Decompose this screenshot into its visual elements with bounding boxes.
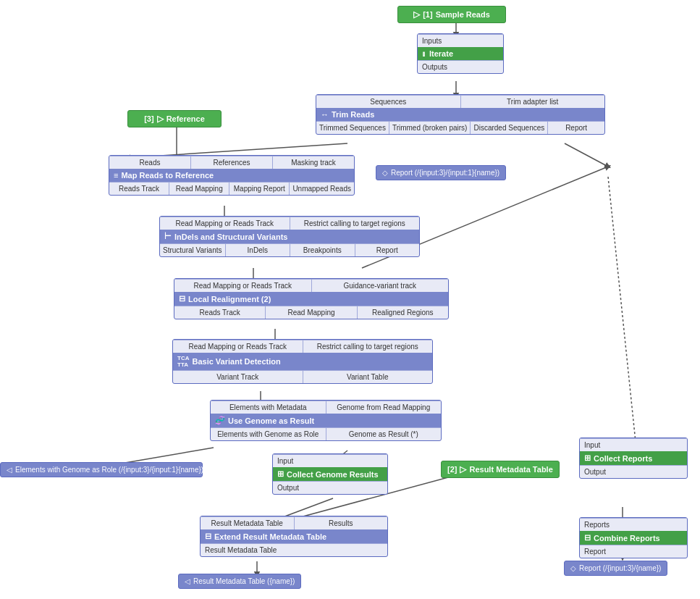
reference-icon: ▷ xyxy=(157,114,164,124)
indels-restrict-port: Restrict calling to target regions xyxy=(290,217,420,230)
elements-genome-role-output: ◁ Elements with Genome as Role (/{input:… xyxy=(0,462,203,477)
reference-node: [3] ▷ Reference xyxy=(127,110,222,127)
collect-genome-output-port: Output xyxy=(273,481,387,494)
elements-genome-role-port: Elements with Genome as Role xyxy=(211,428,326,440)
variant-icon: TCATTA xyxy=(177,355,189,368)
discarded-seqs-port: Discarded Sequences xyxy=(471,122,548,134)
variant-outputs: Variant Track Variant Table xyxy=(173,370,432,383)
map-reads-block: Reads References Masking track ≡ Map Rea… xyxy=(109,155,355,196)
iterate-icon: ⫾ xyxy=(422,49,426,58)
result-metadata-node: [2] ▷ Result Metadata Table xyxy=(441,461,560,478)
map-references-port: References xyxy=(191,156,273,169)
indels-block: Read Mapping or Reads Track Restrict cal… xyxy=(159,216,420,257)
map-reads-header: ≡ Map Reads to Reference xyxy=(109,169,354,182)
report-output-2-label: Report (/{input:3}/{name}) xyxy=(579,564,661,572)
elements-genome-icon: ◁ xyxy=(7,466,12,474)
collect-reports-header: ⊞ Collect Reports xyxy=(580,451,687,465)
sample-reads-icon: ▷ xyxy=(413,9,420,20)
read-mapping-port: Read Mapping xyxy=(169,183,229,195)
indels-header: ⊢ InDels and Structural Variants xyxy=(160,230,419,243)
trim-reads-inputs: Sequences Trim adapter list xyxy=(316,95,604,108)
mapping-report-port: Mapping Report xyxy=(229,183,290,195)
use-genome-header: 🧬 Use Genome as Result xyxy=(211,414,441,427)
extend-icon: ⊟ xyxy=(205,532,211,541)
map-reads-port: Reads xyxy=(109,156,191,169)
trimmed-broken-port: Trimmed (broken pairs) xyxy=(389,122,471,134)
trim-reads-block: Sequences Trim adapter list ↔ Trim Reads… xyxy=(316,94,605,135)
report-diamond-icon-2: ◇ xyxy=(570,564,576,572)
extend-results-port: Results xyxy=(295,517,388,529)
collect-genome-icon: ⊞ xyxy=(277,469,284,479)
variant-inputs: Read Mapping or Reads Track Restrict cal… xyxy=(173,340,432,353)
result-metadata-output: ◁ Result Metadata Table ({name}) xyxy=(178,574,301,589)
elements-genome-label: Elements with Genome as Role (/{input:3}… xyxy=(15,466,203,474)
result-metadata-id: [2] xyxy=(447,465,457,474)
iterate-block: Inputs ⫾ Iterate Outputs xyxy=(417,33,504,74)
combine-reports-header: ⊟ Combine Reports xyxy=(580,531,687,545)
local-realign-header: ⊟ Local Realignment (2) xyxy=(174,292,448,306)
result-metadata-icon: ▷ xyxy=(460,464,466,474)
extend-metadata-port: Result Metadata Table xyxy=(201,517,295,529)
variant-track-port: Variant Track xyxy=(173,371,303,383)
realign-guidance-port: Guidance-variant track xyxy=(312,280,449,292)
iterate-outputs-port: Outputs xyxy=(418,60,503,73)
report-output-1-label: Report (/{input:3}/{input:1}{name}) xyxy=(391,169,499,177)
variant-table-port: Variant Table xyxy=(303,371,433,383)
indels-icon: ⊢ xyxy=(164,232,172,241)
combine-reports-icon: ⊟ xyxy=(584,533,591,543)
svg-line-4 xyxy=(565,143,608,167)
use-genome-block: Elements with Metadata Genome from Read … xyxy=(210,400,442,441)
indels-read-mapping-port: Read Mapping or Reads Track xyxy=(160,217,290,230)
breakpoints-port: Breakpoints xyxy=(290,244,355,256)
trim-sequences-port: Sequences xyxy=(316,96,461,108)
trimmed-seqs-port: Trimmed Sequences xyxy=(316,122,389,134)
extend-header: ⊟ Extend Result Metadata Table xyxy=(201,529,387,543)
variant-restrict-port: Restrict calling to target regions xyxy=(303,340,433,353)
collect-reports-icon: ⊞ xyxy=(584,453,591,463)
sample-reads-node: ▷ [1] Sample Reads xyxy=(397,6,506,23)
variant-read-mapping-port: Read Mapping or Reads Track xyxy=(173,340,303,353)
map-reads-outputs: Reads Track Read Mapping Mapping Report … xyxy=(109,182,354,195)
realign-reads-track-port: Reads Track xyxy=(174,306,266,319)
sample-reads-title: Sample Reads xyxy=(436,10,490,19)
genome-icon: 🧬 xyxy=(215,416,225,425)
trim-report-port: Report xyxy=(548,122,604,134)
extend-inputs: Result Metadata Table Results xyxy=(201,516,387,529)
trim-adapter-port: Trim adapter list xyxy=(461,96,605,108)
indels-inputs: Read Mapping or Reads Track Restrict cal… xyxy=(160,217,419,230)
realign-outputs: Reads Track Read Mapping Realigned Regio… xyxy=(174,306,448,319)
local-realign-block: Read Mapping or Reads Track Guidance-var… xyxy=(174,278,449,319)
combine-reports-block: Reports ⊟ Combine Reports Report xyxy=(579,517,688,558)
realign-icon: ⊟ xyxy=(179,294,185,303)
reference-label: Reference xyxy=(166,114,205,123)
report-output-1: ◇ Report (/{input:3}/{input:1}{name}) xyxy=(376,165,506,180)
realign-read-mapping-port: Read Mapping or Reads Track xyxy=(174,280,312,292)
extend-output-port: Result Metadata Table xyxy=(201,543,387,556)
svg-line-18 xyxy=(608,177,636,442)
collect-reports-input-port: Input xyxy=(580,438,687,451)
elements-metadata-port: Elements with Metadata xyxy=(211,401,326,414)
combine-reports-bottom-port: Report xyxy=(580,545,687,558)
indels-outputs: Structural Variants InDels Breakpoints R… xyxy=(160,243,419,256)
basic-variant-block: Read Mapping or Reads Track Restrict cal… xyxy=(172,339,433,384)
collect-genome-block: Input ⊞ Collect Genome Results Output xyxy=(272,453,388,495)
trim-reads-outputs: Trimmed Sequences Trimmed (broken pairs)… xyxy=(316,121,604,134)
result-metadata-label: Result Metadata Table xyxy=(469,465,552,474)
collect-reports-block: Input ⊞ Collect Reports Output xyxy=(579,437,688,479)
combine-reports-top-port: Reports xyxy=(580,518,687,531)
extend-metadata-block: Result Metadata Table Results ⊟ Extend R… xyxy=(200,516,388,557)
iterate-inputs-port: Inputs xyxy=(418,34,503,47)
realign-regions-port: Realigned Regions xyxy=(358,306,448,319)
basic-variant-header: TCATTA Basic Variant Detection xyxy=(173,353,432,370)
genome-from-mapping-port: Genome from Read Mapping xyxy=(326,401,442,414)
indels-port: InDels xyxy=(226,244,291,256)
sample-reads-label: [1] xyxy=(423,10,432,19)
result-metadata-out-icon: ◁ xyxy=(185,577,190,585)
result-metadata-out-label: Result Metadata Table ({name}) xyxy=(193,577,295,585)
iterate-header: ⫾ Iterate xyxy=(418,47,503,60)
structural-variants-port: Structural Variants xyxy=(160,244,226,256)
genome-as-result-port: Genome as Result (*) xyxy=(326,428,442,440)
workflow-diagram: ▷ [1] Sample Reads Inputs ⫾ Iterate Outp… xyxy=(0,0,700,599)
unmapped-reads-port: Unmapped Reads xyxy=(290,183,354,195)
realign-read-mapping-out-port: Read Mapping xyxy=(266,306,357,319)
